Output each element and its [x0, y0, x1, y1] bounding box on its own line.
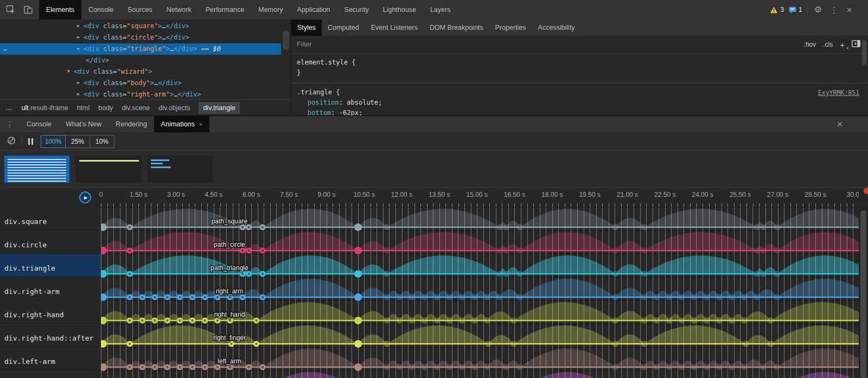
dom-tree-row[interactable]: ▶<div class="circle">…</div>	[0, 32, 281, 43]
styles-tab-styles[interactable]: Styles	[291, 20, 322, 36]
row-label-div-right-arm[interactable]: div.right-arm	[0, 277, 101, 300]
animation-name-label: right_finger	[213, 334, 246, 342]
drawer-tab-what-s-new[interactable]: What's New	[59, 116, 108, 132]
dom-tree-row[interactable]: </div>	[0, 55, 281, 66]
styles-filter-input[interactable]: Filter	[291, 41, 312, 48]
new-style-rule-button[interactable]: +▾	[840, 40, 845, 49]
animation-name-label: path_triangle	[210, 264, 248, 272]
styles-tab-properties[interactable]: Properties	[489, 20, 532, 36]
drawer-menu-kebab-icon[interactable]: ⋮	[0, 120, 20, 129]
twisty-collapsed-icon[interactable]: ▶	[77, 92, 80, 97]
main-tab-elements[interactable]: Elements	[39, 0, 81, 20]
styles-tab-computed[interactable]: Computed	[322, 20, 365, 36]
main-tab-application[interactable]: Application	[290, 0, 337, 20]
row-label-div-right-hand-after[interactable]: div.right-hand::after	[0, 324, 101, 347]
preview-line	[8, 164, 66, 165]
main-tab-performance[interactable]: Performance	[199, 0, 252, 20]
row-label-div-circle[interactable]: div.circle	[0, 230, 101, 254]
close-tab-icon[interactable]: ×	[199, 116, 202, 132]
breadcrumb-item-html[interactable]: html	[77, 104, 90, 112]
css-property[interactable]: position: absolute;	[297, 98, 863, 108]
row-label-div-square[interactable]: div.square	[0, 207, 101, 230]
breadcrumb-item-body[interactable]: body	[98, 104, 113, 112]
main-toolbar: ElementsConsoleSourcesNetworkPerformance…	[0, 0, 868, 20]
issues-badge[interactable]: 1	[789, 6, 802, 14]
breadcrumb-item-div-scene[interactable]: div.scene	[122, 104, 150, 112]
twisty-expanded-icon[interactable]: ▼	[67, 69, 70, 74]
main-tab-layers[interactable]: Layers	[423, 0, 458, 20]
toggle-pseudo-state-button[interactable]: :hov	[804, 41, 816, 48]
animation-name-label: path_circle	[214, 241, 245, 248]
styles-tab-accessibility[interactable]: Accessibility	[532, 20, 581, 36]
dom-tree-row[interactable]: …▶<div class="triangle">…</div> == $0	[0, 43, 281, 55]
drawer-tab-animations[interactable]: Animations×	[154, 116, 209, 132]
drawer: ⋮ ConsoleWhat's NewRenderingAnimations×✕…	[0, 116, 868, 378]
clear-all-icon[interactable]	[7, 136, 16, 147]
row-label-empty[interactable]	[0, 370, 101, 378]
dom-tree-row[interactable]: ▶<div class="right-arm">…</div>	[0, 89, 281, 100]
dom-tree-row[interactable]: ▶<div class="body">…</div>	[0, 78, 281, 89]
drawer-tab-rendering[interactable]: Rendering	[108, 116, 154, 132]
preview-line	[8, 162, 66, 163]
main-tab-memory[interactable]: Memory	[251, 0, 290, 20]
speed-button-100[interactable]: 100%	[41, 135, 66, 148]
animation-tracks[interactable]: path_squarepath_circlepath_triangleright…	[101, 207, 859, 378]
css-rule-element-style[interactable]: element.style { }	[291, 54, 868, 84]
main-tab-console[interactable]: Console	[81, 0, 120, 20]
preview-line	[151, 163, 163, 164]
row-label-div-right-hand[interactable]: div.right-hand	[0, 300, 101, 324]
toggle-sidebar-icon[interactable]	[852, 40, 860, 49]
ruler-time-label: 12.00 s	[391, 191, 412, 198]
ruler-time-label: 13.50 s	[429, 191, 450, 198]
styles-tab-dom-breakpoints[interactable]: DOM Breakpoints	[424, 20, 489, 36]
warnings-badge[interactable]: 3	[770, 6, 784, 14]
animation-group-preview[interactable]	[4, 156, 69, 183]
styles-scrollbar[interactable]	[862, 40, 866, 65]
styles-tab-event-listeners[interactable]: Event Listeners	[365, 20, 424, 36]
twisty-collapsed-icon[interactable]: ▶	[77, 80, 80, 85]
main-tab-security[interactable]: Security	[337, 0, 376, 20]
scrubber-handle[interactable]	[864, 188, 868, 194]
ruler-time-label: 15.00 s	[466, 191, 487, 198]
device-toolbar-icon[interactable]	[22, 3, 35, 16]
animation-name-label: right_hand	[214, 311, 245, 318]
toggle-element-classes-button[interactable]: .cls	[823, 41, 833, 48]
timeline-ruler[interactable]: ▶ 01.50 s3.00 s4.50 s6.00 s7.50 s9.00 s1…	[0, 188, 868, 207]
main-tab-sources[interactable]: Sources	[120, 0, 159, 20]
twisty-collapsed-icon[interactable]: ▶	[77, 46, 80, 51]
ruler-time-label: 24.00 s	[692, 191, 713, 198]
dom-tree-scrollbar[interactable]	[283, 30, 289, 50]
breadcrumb-item-div-objects[interactable]: div.objects	[158, 104, 190, 112]
ruler-time-label: 18.00 s	[541, 191, 563, 198]
preview-line	[8, 175, 66, 176]
twisty-collapsed-icon[interactable]: ▶	[77, 23, 80, 28]
pause-all-button[interactable]	[28, 138, 33, 145]
row-label-div-left-arm[interactable]: div.left-arm	[0, 347, 101, 370]
main-tab-network[interactable]: Network	[159, 0, 199, 20]
stylesheet-source-link[interactable]: ExyYRMK:851	[818, 88, 859, 98]
animation-group-preview[interactable]	[76, 156, 141, 183]
devtools-window: ElementsConsoleSourcesNetworkPerformance…	[0, 0, 868, 378]
dom-tree-row[interactable]: ▶<div class="square">…</div>	[0, 21, 281, 32]
timeline-scrollbar[interactable]	[859, 207, 868, 378]
breadcrumb-item-div-triangle[interactable]: div.triangle	[199, 102, 240, 114]
dom-tree-row[interactable]: ▼<div class="wizard">	[0, 66, 281, 78]
close-drawer-icon[interactable]: ✕	[837, 120, 868, 129]
speed-button-10[interactable]: 10%	[90, 135, 114, 148]
more-options-kebab-icon[interactable]: ⋮	[828, 6, 840, 14]
inspect-element-icon[interactable]	[4, 3, 17, 16]
main-tab-lighthouse[interactable]: Lighthouse	[376, 0, 423, 20]
settings-gear-icon[interactable]: ⚙	[813, 5, 824, 14]
drawer-tab-console[interactable]: Console	[20, 116, 59, 132]
breadcrumb-item-ult[interactable]: ult.result-iframe	[22, 104, 68, 112]
breadcrumb-item-[interactable]: …	[5, 104, 13, 112]
row-label-div-triangle[interactable]: div.triangle	[0, 254, 101, 277]
css-rule-triangle[interactable]: ExyYRMK:851 .triangle { position: absolu…	[291, 84, 868, 116]
css-property[interactable]: bottom: -62px;	[297, 108, 863, 116]
twisty-collapsed-icon[interactable]: ▶	[77, 35, 80, 40]
dom-node-text: <div class="body">…</div>	[84, 79, 182, 87]
scrollbar-thumb[interactable]	[860, 210, 866, 378]
close-devtools-icon[interactable]: ✕	[845, 7, 854, 14]
animation-group-preview[interactable]	[148, 156, 213, 183]
speed-button-25[interactable]: 25%	[65, 135, 90, 148]
